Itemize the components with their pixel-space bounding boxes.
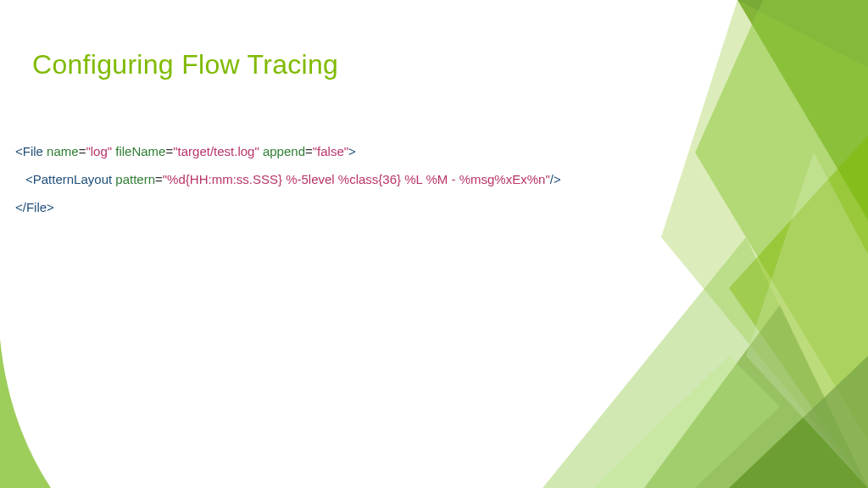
slide-title: Configuring Flow Tracing (32, 49, 338, 80)
svg-marker-0 (737, 0, 868, 220)
svg-marker-4 (542, 237, 868, 488)
svg-marker-1 (695, 0, 868, 441)
svg-marker-7 (593, 356, 780, 488)
svg-marker-8 (746, 152, 868, 488)
code-line-patternlayout: <PatternLayout pattern="%d{HH:mm:ss.SSS}… (15, 165, 561, 193)
svg-marker-5 (644, 305, 868, 488)
svg-marker-3 (729, 136, 868, 488)
svg-marker-6 (729, 356, 868, 488)
code-line-file-close: </File> (15, 193, 561, 221)
code-line-file-open: <File name="log" fileName="target/test.l… (15, 137, 561, 165)
xml-config-code: <File name="log" fileName="target/test.l… (15, 137, 561, 221)
svg-marker-2 (661, 0, 868, 488)
